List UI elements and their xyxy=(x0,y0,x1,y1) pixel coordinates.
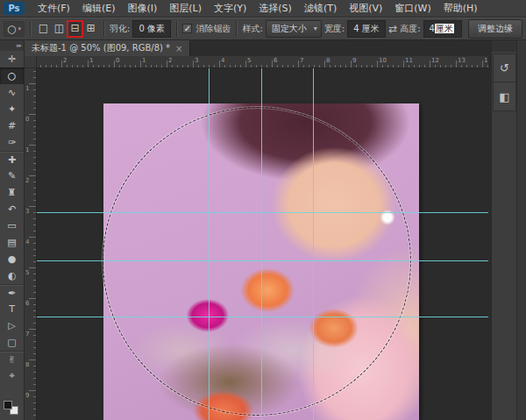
ruler-tick xyxy=(319,65,320,68)
ruler-tick xyxy=(33,139,36,139)
ruler-tick xyxy=(93,65,94,68)
ruler-tick xyxy=(33,402,36,403)
ruler-tick xyxy=(124,65,125,68)
path-selection-tool-icon[interactable]: ▷ xyxy=(0,317,24,334)
ruler-tick xyxy=(33,378,36,379)
left-ruler[interactable]: 1012345678910 xyxy=(25,68,37,420)
shape-tool-icon[interactable]: ▢ xyxy=(0,334,24,351)
lasso-tool-icon[interactable]: ∿ xyxy=(0,84,24,101)
eyedropper-tool-icon[interactable]: ✑ xyxy=(0,134,24,151)
ruler-tick xyxy=(33,341,36,342)
crop-tool-icon[interactable]: # xyxy=(0,117,24,134)
ruler-tick xyxy=(29,114,36,115)
divider xyxy=(103,21,104,37)
divider xyxy=(236,21,237,37)
ruler-tick xyxy=(172,65,173,68)
type-tool-icon[interactable]: T xyxy=(0,301,24,317)
pen-tool-icon[interactable]: ✒ xyxy=(0,284,24,301)
menu-item-窗口[interactable]: 窗口(W) xyxy=(388,0,437,17)
clone-stamp-tool-icon[interactable]: ♜ xyxy=(0,184,24,201)
menu-item-图像[interactable]: 图像(I) xyxy=(121,0,163,17)
ruler-tick xyxy=(245,61,246,68)
menu-item-滤镜[interactable]: 滤镜(T) xyxy=(298,0,343,17)
guide-vertical[interactable] xyxy=(261,68,262,420)
ruler-tick xyxy=(33,126,36,127)
color-swatches[interactable] xyxy=(0,399,24,420)
toolbox-tools: ✛○∿✦#✑✚✎♜↶▭▤●◐✒T▷▢✌⌖ xyxy=(0,51,24,399)
hand-tool-icon[interactable]: ✌ xyxy=(0,351,24,367)
ruler-tick xyxy=(140,61,141,68)
style-dropdown[interactable]: 固定大小 ▾ xyxy=(266,20,322,38)
ruler-tick xyxy=(88,61,89,68)
toolbox: ▸▸ ✛○∿✦#✑✚✎♜↶▭▤●◐✒T▷▢✌⌖ xyxy=(0,40,25,420)
ruler-tick xyxy=(482,61,483,68)
ruler-tick xyxy=(33,132,36,133)
brush-tool-icon[interactable]: ✎ xyxy=(0,167,24,184)
ruler-tick xyxy=(33,182,36,182)
healing-brush-tool-icon[interactable]: ✚ xyxy=(0,151,24,167)
height-value: 4 xyxy=(430,24,435,33)
eraser-tool-icon[interactable]: ▭ xyxy=(0,217,24,234)
ruler-tick xyxy=(29,298,36,299)
document-tab[interactable]: 未标题-1 @ 50% (图09, RGB/8) * × xyxy=(25,40,190,56)
style-value: 固定大小 xyxy=(272,24,307,33)
ruler-tick xyxy=(33,310,36,311)
ruler-tick xyxy=(119,65,120,68)
zoom-tool-icon[interactable]: ⌖ xyxy=(0,367,24,384)
tool-preset-picker[interactable]: ○ ▾ xyxy=(4,21,25,37)
ruler-tick xyxy=(356,65,357,68)
ruler-tick xyxy=(177,65,178,68)
ruler-label: 12 xyxy=(431,57,439,64)
dodge-tool-icon[interactable]: ◐ xyxy=(0,267,24,284)
menu-item-图层[interactable]: 图层(L) xyxy=(163,0,208,17)
guide-horizontal[interactable] xyxy=(37,212,488,213)
ruler-tick xyxy=(345,65,346,68)
menu-item-文件[interactable]: 文件(F) xyxy=(32,0,76,17)
ruler-tick xyxy=(135,65,136,68)
ruler-tick xyxy=(340,65,341,68)
feather-input[interactable]: 0 像素 xyxy=(132,20,171,38)
foreground-color-swatch[interactable] xyxy=(4,401,12,409)
ruler-tick xyxy=(445,65,446,68)
ruler-tick xyxy=(224,65,225,68)
toolbox-collapse-chevrons-icon[interactable]: ▸▸ xyxy=(0,40,24,51)
ruler-corner xyxy=(25,56,37,68)
intersect-selection-button[interactable]: ⊞ xyxy=(83,21,98,37)
refine-edge-button[interactable]: 调整边缘 xyxy=(468,19,522,39)
menu-item-编辑[interactable]: 编辑(E) xyxy=(76,0,122,17)
height-input[interactable]: 4厘米 xyxy=(423,20,462,38)
ruler-label: 4 xyxy=(221,57,224,64)
top-ruler[interactable]: 2101234567891011121314 xyxy=(37,56,488,68)
history-panel-icon[interactable]: ↺ xyxy=(494,54,515,82)
menu-item-帮助[interactable]: 帮助(H) xyxy=(437,0,484,17)
move-tool-icon[interactable]: ✛ xyxy=(0,51,24,68)
adjustments-panel-icon[interactable]: ◧ xyxy=(494,82,515,110)
ruler-label: 0 xyxy=(116,57,119,64)
add-to-selection-button[interactable]: ◫ xyxy=(52,21,67,37)
canvas-viewport[interactable] xyxy=(37,68,488,420)
history-brush-tool-icon[interactable]: ↶ xyxy=(0,201,24,217)
elliptical-marquee-tool-icon[interactable]: ○ xyxy=(0,68,24,84)
guide-vertical[interactable] xyxy=(313,68,314,420)
ruler-tick xyxy=(33,120,36,121)
menu-item-文字[interactable]: 文字(Y) xyxy=(208,0,252,17)
swap-dimensions-icon[interactable]: ⇄ xyxy=(388,23,397,35)
antialias-checkbox[interactable]: ✓ 消除锯齿 xyxy=(182,23,231,35)
menu-item-选择[interactable]: 选择(S) xyxy=(252,0,298,17)
gradient-tool-icon[interactable]: ▤ xyxy=(0,234,24,251)
subtract-from-selection-button[interactable]: ⊟ xyxy=(68,21,82,37)
dock-panel-buttons: ↺◧ xyxy=(493,53,516,111)
antialias-label: 消除锯齿 xyxy=(195,23,231,35)
ruler-tick xyxy=(419,65,420,68)
new-selection-button[interactable]: □ xyxy=(36,21,51,37)
blur-tool-icon[interactable]: ● xyxy=(0,251,24,267)
quick-selection-tool-icon[interactable]: ✦ xyxy=(0,101,24,117)
guide-vertical[interactable] xyxy=(209,68,210,420)
guide-horizontal[interactable] xyxy=(37,317,488,317)
guide-horizontal[interactable] xyxy=(37,260,488,261)
menu-item-视图[interactable]: 视图(V) xyxy=(343,0,388,17)
ps-logo: Ps xyxy=(4,2,25,15)
width-input[interactable]: 4 厘米 xyxy=(347,20,386,38)
close-icon[interactable]: × xyxy=(175,44,182,53)
photoshop-window: Ps 文件(F)编辑(E)图像(I)图层(L)文字(Y)选择(S)滤镜(T)视图… xyxy=(0,0,526,420)
